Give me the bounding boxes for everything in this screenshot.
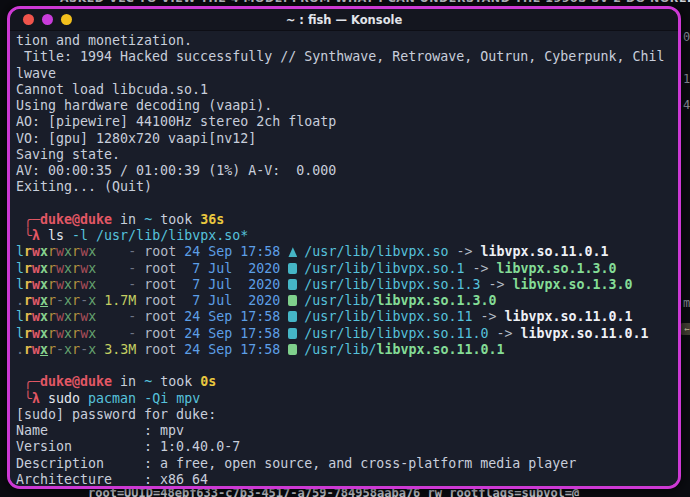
text-segment [64,228,72,243]
file-icon [288,344,297,355]
close-button[interactable] [23,14,34,25]
text-segment: root [144,326,176,341]
text-segment: w [56,261,64,276]
text-segment: in [112,212,144,227]
text-segment [16,212,24,227]
terminal-line: [sudo] password for duke: [16,407,678,423]
text-segment [96,326,128,341]
text-segment: Architecture : x86_64 [16,472,208,487]
window-title: ~ : fish — Konsole [10,13,678,27]
text-segment: /usr/lib/ [304,342,376,357]
text-segment [280,261,288,276]
text-segment: r [24,293,32,308]
text-segment: libvpx.so.1.3.0 [376,293,496,308]
text-segment: w [56,309,64,324]
prompt-lambda: ╰λ [24,391,40,406]
text-segment: -> [464,261,496,276]
text-segment: x [88,293,96,308]
minimize-button[interactable] [42,14,53,25]
text-segment: x [88,326,96,341]
text-segment: r [48,326,56,341]
text-segment: lwave [16,66,56,81]
text-segment: x [64,309,72,324]
text-segment [16,228,24,243]
terminal-screen[interactable]: tion and monetization. Title: 1994 Hacke… [10,31,678,488]
text-segment: r [72,309,80,324]
terminal-line: Title: 1994 Hacked successfully // Synth… [16,49,678,65]
text-segment: /usr/lib/libvpx.so.11.0 [304,326,488,341]
window-controls [23,14,72,25]
text-segment: x [64,342,72,357]
text-segment: . [16,293,24,308]
text-segment: Using hardware decoding (vaapi). [16,98,272,113]
left-arrow-icon: ← [680,323,690,335]
prompt-bracket: ╭─ [24,212,40,227]
text-segment [40,391,48,406]
text-segment: /usr/lib/libvpx.so.11 [304,309,472,324]
text-segment: l [16,309,24,324]
window-titlebar[interactable]: ~ : fish — Konsole [10,9,678,31]
terminal-line: VO: [gpu] 1280x720 vaapi[nv12] [16,131,678,147]
text-segment: AO: [pipewire] 44100Hz stereo 2ch floatp [16,114,336,129]
text-segment [96,309,128,324]
text-segment: /usr/lib/libvpx.so.1.3 [304,277,480,292]
prompt-lambda: ╰λ [24,228,40,243]
file-icon [288,328,297,339]
terminal-line: Saving state. [16,147,678,163]
text-segment [280,277,288,292]
terminal-line: Architecture : x86_64 [16,472,678,488]
text-segment: r [72,277,80,292]
text-segment: libvpx.so.1.3.0 [513,277,633,292]
text-segment: w [80,326,88,341]
text-segment [80,391,88,406]
text-segment: - [56,342,64,357]
text-segment: x [40,309,48,324]
text-segment: w [32,277,40,292]
text-segment: 24 Sep 17:58 [184,244,280,259]
text-segment: - [56,293,64,308]
text-segment: x [64,293,72,308]
file-icon [288,279,297,290]
text-segment: x [88,277,96,292]
text-segment: root [144,309,176,324]
text-segment: Version : 1:0.40.0-7 [16,439,240,454]
text-segment: root [144,261,176,276]
text-segment: r [48,261,56,276]
background-text-fragment: 1 [683,72,690,86]
terminal-line: AO: [pipewire] 44100Hz stereo 2ch floatp [16,114,678,130]
text-segment: AV: 00:00:35 / 01:00:39 (1%) A-V: 0.000 [16,163,336,178]
text-segment: r [24,326,32,341]
text-segment: Saving state. [16,147,120,162]
text-segment: r [24,244,32,259]
background-text-fragment: 0 [683,30,690,44]
terminal-line: Version : 1:0.40.0-7 [16,439,678,455]
background-text-fragment: 4 [683,98,690,112]
text-segment: r [24,309,32,324]
text-segment: in [112,374,144,389]
text-segment [280,309,288,324]
terminal-line: Cannot load libcuda.so.1 [16,82,678,98]
text-segment: x [40,277,48,292]
text-segment: -> [472,309,504,324]
terminal-line [16,196,678,212]
text-segment: 1.7M [104,293,136,308]
maximize-button[interactable] [61,14,72,25]
prompt-cwd: ~ [144,374,152,389]
terminal-line: .rwxr-xr-x 3.3M root 24 Sep 17:58 /usr/l… [16,342,678,358]
text-segment: took [152,374,200,389]
text-segment: tion and monetization. [16,33,192,48]
text-segment: libvpx.so.11.0.1 [505,309,633,324]
terminal-line: ╭─duke@duke in ~ took 36s [16,212,678,228]
text-segment: 24 Sep 17:58 [184,309,280,324]
text-segment: 24 Sep 17:58 [184,326,280,341]
prompt-user-host: duke@duke [40,374,112,389]
text-segment: w [80,261,88,276]
terminal-line: lrwxrwxrwx - root 24 Sep 17:58 /usr/lib/… [16,244,678,260]
text-segment: /usr/lib/libvpx.so [304,244,448,259]
command-args: -l /usr/lib/libvpx.so* [72,228,248,243]
text-segment: r [24,261,32,276]
terminal-line: lwave [16,66,678,82]
text-segment: [sudo] password for duke: [16,407,216,422]
text-segment: x [40,244,48,259]
text-segment: w [56,277,64,292]
